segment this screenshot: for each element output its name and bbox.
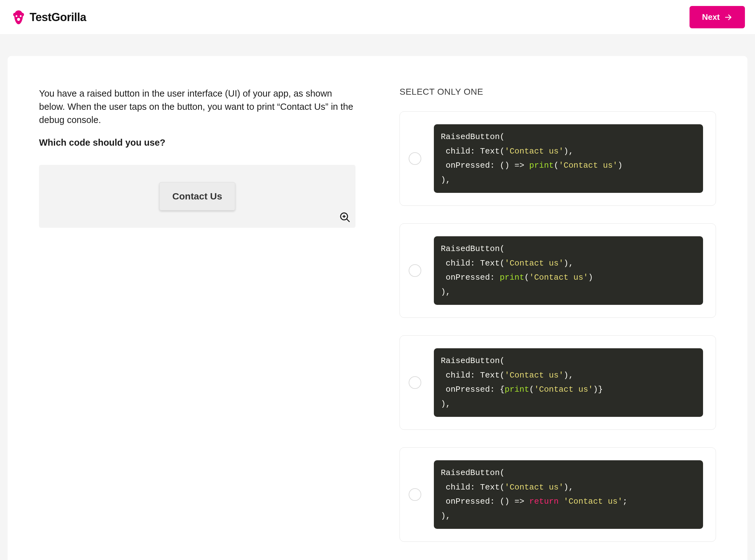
code-snippet: RaisedButton( child: Text('Contact us'),…	[434, 460, 703, 529]
answers-column: SELECT ONLY ONE RaisedButton( child: Tex…	[400, 87, 716, 559]
question-card: You have a raised button in the user int…	[7, 56, 748, 560]
code-snippet: RaisedButton( child: Text('Contact us'),…	[434, 236, 703, 305]
question-column: You have a raised button in the user int…	[39, 87, 355, 559]
top-bar: TestGorilla Next	[0, 0, 755, 35]
answer-option-1[interactable]: RaisedButton( child: Text('Contact us'),…	[400, 112, 716, 206]
answer-option-3[interactable]: RaisedButton( child: Text('Contact us'),…	[400, 335, 716, 430]
question-prompt: Which code should you use?	[39, 136, 355, 149]
next-button-label: Next	[702, 12, 720, 22]
code-snippet: RaisedButton( child: Text('Contact us'),…	[434, 124, 703, 193]
code-snippet: RaisedButton( child: Text('Contact us'),…	[434, 348, 703, 417]
radio-button[interactable]	[409, 376, 421, 389]
zoom-in-icon[interactable]	[339, 212, 351, 223]
radio-button[interactable]	[409, 264, 421, 277]
question-image: Contact Us	[39, 165, 355, 228]
answer-option-2[interactable]: RaisedButton( child: Text('Contact us'),…	[400, 223, 716, 318]
options-list: RaisedButton( child: Text('Contact us'),…	[400, 112, 716, 542]
answer-option-4[interactable]: RaisedButton( child: Text('Contact us'),…	[400, 447, 716, 542]
next-button[interactable]: Next	[690, 6, 745, 28]
page-body: You have a raised button in the user int…	[0, 35, 755, 560]
answers-heading: SELECT ONLY ONE	[400, 87, 716, 97]
arrow-right-icon	[724, 13, 732, 21]
contact-us-sample-button: Contact Us	[159, 182, 235, 211]
radio-button[interactable]	[409, 488, 421, 501]
question-text: You have a raised button in the user int…	[39, 87, 355, 126]
brand-logo: TestGorilla	[11, 10, 86, 25]
brand-name: TestGorilla	[30, 11, 86, 24]
svg-line-4	[347, 219, 350, 222]
gorilla-icon	[11, 10, 26, 25]
radio-button[interactable]	[409, 152, 421, 165]
